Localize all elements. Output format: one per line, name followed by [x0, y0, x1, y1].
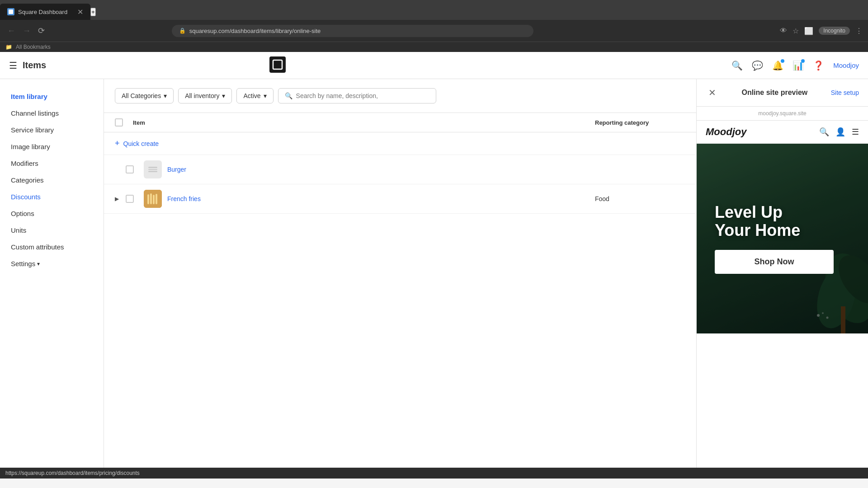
active-tab[interactable]: Square Dashboard ✕: [0, 4, 90, 20]
table-row: Burger: [104, 155, 696, 184]
back-button[interactable]: ←: [5, 24, 17, 38]
sidebar-item-label: Item library: [11, 93, 47, 100]
sidebar-item-options[interactable]: Options: [0, 205, 104, 222]
notification-dot: [781, 59, 784, 63]
svg-rect-4: [148, 169, 157, 170]
moodjoy-search-icon: 🔍: [819, 127, 829, 137]
quick-create-row: + Quick create: [104, 132, 696, 155]
user-name[interactable]: Moodjoy: [833, 61, 859, 69]
settings-chevron-icon: ▾: [37, 261, 40, 267]
sidebar-item-label: Service library: [11, 126, 54, 134]
preview-title: Online site preview: [741, 89, 807, 97]
sidebar-item-settings[interactable]: Settings ▾: [0, 255, 104, 272]
categories-chevron-icon: ▾: [164, 92, 167, 99]
search-input[interactable]: [296, 92, 429, 99]
sidebar: Item library Channel listings Service li…: [0, 79, 104, 468]
moodjoy-menu-icon: ☰: [852, 127, 859, 137]
preview-header: ✕ Online site preview Site setup: [697, 79, 868, 107]
french-fries-expand-icon[interactable]: ▶: [115, 196, 126, 202]
svg-rect-3: [148, 167, 157, 168]
svg-rect-8: [150, 193, 152, 204]
notifications-button[interactable]: 🔔: [772, 60, 783, 71]
burger-link[interactable]: Burger: [167, 166, 186, 173]
all-inventory-filter[interactable]: All inventory ▾: [178, 88, 232, 103]
svg-rect-5: [148, 171, 157, 172]
menu-button[interactable]: ⋮: [855, 27, 863, 35]
french-fries-category: Food: [595, 195, 685, 202]
search-icon: 🔍: [285, 92, 292, 99]
svg-rect-9: [153, 195, 155, 204]
active-chevron-icon: ▾: [264, 92, 267, 99]
split-view-icon[interactable]: ⬜: [804, 27, 813, 35]
item-column-header: Item: [133, 119, 595, 126]
preview-close-button[interactable]: ✕: [706, 86, 718, 99]
moodjoy-nav: Moodjoy 🔍 👤 ☰: [697, 121, 868, 144]
burger-thumbnail: [144, 160, 162, 178]
all-categories-label: All Categories: [122, 92, 161, 99]
quick-create-label: Quick create: [123, 140, 159, 147]
quick-create-button[interactable]: + Quick create: [115, 139, 159, 148]
shop-now-button[interactable]: Shop Now: [715, 250, 834, 274]
reports-button[interactable]: 📊: [793, 60, 804, 71]
sidebar-item-item-library[interactable]: Item library: [0, 88, 104, 105]
sidebar-item-custom-attributes[interactable]: Custom attributes: [0, 239, 104, 255]
tab-label: Square Dashboard: [18, 9, 67, 15]
forward-button[interactable]: →: [21, 24, 33, 38]
french-fries-link[interactable]: French fries: [167, 195, 201, 202]
svg-rect-1: [269, 56, 286, 73]
sidebar-item-label: Settings: [11, 260, 35, 267]
search-box[interactable]: 🔍: [278, 88, 436, 103]
url-text: squaresup.com/dashboard/items/library/on…: [189, 28, 321, 34]
table-row: ▶: [104, 184, 696, 214]
tab-close-button[interactable]: ✕: [77, 8, 83, 16]
sidebar-item-units[interactable]: Units: [0, 222, 104, 239]
search-button[interactable]: 🔍: [731, 60, 743, 71]
sidebar-item-label: Options: [11, 210, 34, 217]
sidebar-item-categories[interactable]: Categories: [0, 172, 104, 188]
messages-button[interactable]: 💬: [752, 60, 763, 71]
eye-slash-icon[interactable]: 👁: [780, 27, 787, 35]
header-actions: 🔍 💬 🔔 📊 ❓ Moodjoy: [731, 60, 859, 71]
lock-icon: 🔒: [179, 28, 186, 34]
sidebar-item-image-library[interactable]: Image library: [0, 138, 104, 155]
reports-dot: [801, 59, 805, 63]
moodjoy-hero: Level Up Your Home Shop Now: [697, 144, 868, 333]
incognito-badge: Incognito: [819, 27, 850, 35]
moodjoy-nav-icons: 🔍 👤 ☰: [819, 127, 859, 137]
sidebar-item-service-library[interactable]: Service library: [0, 122, 104, 138]
select-all-checkbox[interactable]: [115, 118, 123, 127]
headline-line1: Level Up: [715, 203, 783, 221]
header-logo: [269, 56, 286, 75]
status-bar: https://squareup.com/dashboard/items/pri…: [0, 468, 868, 479]
inventory-chevron-icon: ▾: [222, 92, 225, 99]
status-url: https://squareup.com/dashboard/items/pri…: [5, 470, 140, 476]
headline-line2: Your Home: [715, 221, 800, 239]
hamburger-button[interactable]: ☰: [9, 60, 17, 71]
sidebar-item-modifiers[interactable]: Modifiers: [0, 155, 104, 172]
french-fries-checkbox[interactable]: [126, 195, 134, 203]
sidebar-item-label: Discounts: [11, 193, 41, 201]
all-categories-filter[interactable]: All Categories ▾: [115, 88, 174, 103]
sidebar-item-discounts[interactable]: Discounts: [0, 188, 104, 205]
active-label: Active: [243, 92, 260, 99]
sidebar-item-label: Modifiers: [11, 160, 38, 167]
star-icon[interactable]: ☆: [793, 27, 799, 35]
sidebar-item-channel-listings[interactable]: Channel listings: [0, 105, 104, 122]
help-button[interactable]: ❓: [813, 60, 824, 71]
moodjoy-preview: Moodjoy 🔍 👤 ☰: [697, 121, 868, 468]
burger-checkbox[interactable]: [126, 165, 134, 174]
moodjoy-user-icon: 👤: [835, 127, 845, 137]
app-header: ☰ Items 🔍 💬 🔔 📊 ❓ Moodjoy: [0, 52, 868, 79]
moodjoy-hero-background: Level Up Your Home Shop Now: [697, 144, 868, 333]
refresh-button[interactable]: ⟳: [36, 24, 47, 38]
new-tab-button[interactable]: +: [90, 8, 96, 16]
filters-bar: All Categories ▾ All inventory ▾ Active …: [104, 79, 696, 113]
preview-panel: ✕ Online site preview Site setup moodjoy…: [696, 79, 868, 468]
table-header: Item Reporting category: [104, 113, 696, 132]
svg-rect-0: [9, 9, 13, 14]
address-bar[interactable]: 🔒 squaresup.com/dashboard/items/library/…: [172, 25, 533, 37]
site-setup-link[interactable]: Site setup: [831, 89, 859, 96]
active-filter[interactable]: Active ▾: [236, 88, 273, 103]
page-title: Items: [23, 60, 46, 70]
svg-rect-7: [147, 194, 149, 204]
